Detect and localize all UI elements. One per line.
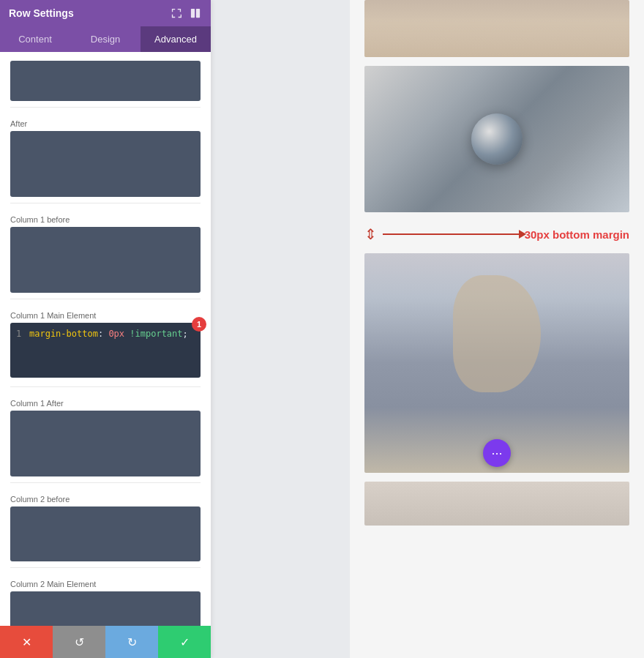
- panel-header: Row Settings: [0, 0, 211, 26]
- svg-rect-1: [196, 9, 200, 18]
- col2before-label: Column 2 before: [10, 495, 201, 504]
- tabs: Content Design Advanced: [0, 26, 211, 52]
- fullscreen-svg: [171, 8, 181, 18]
- col1main-container: 1 margin-bottom: 0px !important; 1: [10, 323, 201, 381]
- tab-content[interactable]: Content: [0, 26, 70, 52]
- save-button[interactable]: ✓: [158, 626, 211, 658]
- code-area-wrapper: 1 margin-bottom: 0px !important; 1: [10, 323, 201, 381]
- col1after-textarea[interactable]: [10, 411, 201, 476]
- col1main-textarea[interactable]: [10, 323, 201, 378]
- cancel-button[interactable]: ✕: [0, 626, 53, 658]
- annotation-container: ⇕ 30px bottom margin: [364, 223, 629, 246]
- panel-actions: ✕ ↺ ↻ ✓: [0, 626, 211, 658]
- header-icons: [170, 7, 202, 20]
- col2main-label: Column 2 Main Element: [10, 580, 201, 588]
- arrow-line: [383, 233, 520, 235]
- columns-icon[interactable]: [189, 7, 202, 20]
- col1main-label: Column 1 Main Element: [10, 311, 201, 320]
- col2main-textarea[interactable]: [10, 591, 201, 626]
- field-before-textarea[interactable]: [10, 61, 201, 101]
- image-hands-bottom: ···: [364, 253, 629, 473]
- divider-3: [10, 299, 201, 299]
- image-hands-top: [364, 0, 629, 57]
- right-panel: ⇕ 30px bottom margin ···: [350, 0, 644, 658]
- updown-arrow-icon: ⇕: [364, 225, 377, 243]
- divider-5: [10, 482, 201, 483]
- col1before-textarea[interactable]: [10, 227, 201, 293]
- redo-button[interactable]: ↻: [105, 626, 158, 658]
- fab-dots: ···: [491, 446, 502, 461]
- col2before-textarea[interactable]: [10, 506, 201, 561]
- divider-2: [10, 203, 201, 203]
- panel-content: After Column 1 before Column 1 Main Elem…: [0, 52, 211, 626]
- undo-button[interactable]: ↺: [53, 626, 105, 658]
- fab-button[interactable]: ···: [483, 439, 511, 467]
- panel-title: Row Settings: [9, 7, 74, 19]
- after-label: After: [10, 119, 201, 128]
- image-door-knob: [364, 66, 629, 212]
- fullscreen-icon[interactable]: [170, 7, 183, 20]
- svg-rect-0: [191, 9, 195, 18]
- after-textarea[interactable]: [10, 131, 201, 197]
- divider-6: [10, 567, 201, 568]
- tab-advanced[interactable]: Advanced: [141, 26, 211, 52]
- col1before-label: Column 1 before: [10, 215, 201, 224]
- arrow-head: [519, 230, 526, 239]
- annotation-text: 30px bottom margin: [525, 228, 629, 241]
- divider-1: [10, 107, 201, 108]
- middle-column: [211, 0, 350, 658]
- left-panel: Row Settings Content Design Advanced: [0, 0, 211, 658]
- image-bottom-partial: [364, 482, 629, 526]
- col1after-label: Column 1 After: [10, 399, 201, 408]
- divider-4: [10, 386, 201, 387]
- badge-1: 1: [192, 317, 206, 332]
- columns-svg: [190, 8, 201, 18]
- tab-design[interactable]: Design: [70, 26, 141, 52]
